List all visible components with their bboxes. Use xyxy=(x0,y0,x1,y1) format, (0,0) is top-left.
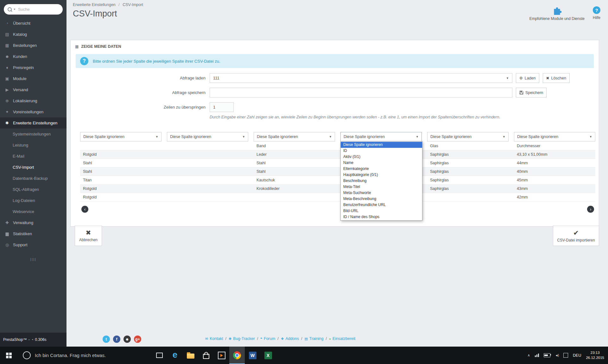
footer-link-separator: / xyxy=(326,336,327,341)
recommended-modules-link[interactable]: Empfohlene Module und Dienste xyxy=(529,6,585,21)
load-query-select[interactable]: 111 ▼ xyxy=(210,73,512,83)
cancel-button[interactable]: ✖ Abbrechen xyxy=(75,226,102,246)
volume-icon[interactable]: ◄) xyxy=(555,354,559,357)
sidebar-item-label: Systemeinstellungen xyxy=(13,132,51,136)
sidebar-search[interactable]: ▼ xyxy=(4,4,63,15)
task-view-button[interactable] xyxy=(151,347,167,364)
table-cell: Stahl xyxy=(80,169,162,174)
page-title: CSV-Import xyxy=(73,9,117,19)
dropdown-option-meta-suchworte[interactable]: Meta-Suchworte xyxy=(341,190,422,196)
footer-link-einsatzbereit[interactable]: ●Einsatzbereit xyxy=(329,336,355,341)
dropdown-option-id[interactable]: ID xyxy=(341,148,422,154)
twitter-icon[interactable]: t xyxy=(103,336,110,343)
action-center-icon[interactable] xyxy=(563,353,568,358)
sidebar-item-datenbank-backup[interactable]: Datenbank-Backup xyxy=(0,173,66,184)
battery-icon[interactable] xyxy=(544,353,550,357)
save-query-input[interactable] xyxy=(210,88,512,97)
sidebar-item-lokalisierung[interactable]: ⊕Lokalisierung xyxy=(0,95,66,106)
taskbar-app-chrome[interactable] xyxy=(229,347,245,364)
sidebar-item-webservice[interactable]: Webservice xyxy=(0,206,66,217)
footer-link-training[interactable]: ▤Training xyxy=(304,336,323,341)
dropdown-option-id-name-des-shops[interactable]: ID / Name des Shops xyxy=(341,214,422,220)
sidebar-item-sql-abfragen[interactable]: SQL-Abfragen xyxy=(0,184,66,195)
word-icon: W xyxy=(249,352,256,359)
import-csv-button[interactable]: ✔ CSV-Datei importieren xyxy=(553,226,599,246)
start-button[interactable] xyxy=(0,347,18,364)
prev-page-button[interactable]: ‹ xyxy=(81,206,88,213)
sidebar-item-module[interactable]: ▣Module xyxy=(0,73,66,84)
taskbar-app-store[interactable] xyxy=(198,347,214,364)
sidebar-item-bersicht[interactable]: ◔Übersicht xyxy=(0,18,66,29)
help-link[interactable]: ? Hilfe xyxy=(593,6,600,20)
sidebar-item-bestellungen[interactable]: ▦Bestellungen xyxy=(0,40,66,51)
pagination: ‹ › xyxy=(80,206,595,213)
dropdown-option-bild-url[interactable]: Bild-URL xyxy=(341,208,422,214)
dropdown-option-aktiv-0-1[interactable]: Aktiv (0/1) xyxy=(341,154,422,160)
sidebar-item-verwaltung[interactable]: ✚Verwaltung xyxy=(0,217,66,228)
sidebar-item-voreinstellungen[interactable]: ✦Voreinstellungen xyxy=(0,106,66,117)
sidebar-collapse-button[interactable]: |||| xyxy=(0,257,66,261)
sidebar-item-kunden[interactable]: ☻Kunden xyxy=(0,51,66,62)
search-scope-caret-icon[interactable]: ▼ xyxy=(13,8,16,11)
dropdown-option-meta-beschreibung[interactable]: Meta-Beschreibung xyxy=(341,196,422,202)
sidebar-item-label: Log-Dateien xyxy=(13,198,35,203)
taskbar-app-edge[interactable]: e xyxy=(167,347,183,364)
keyboard-language[interactable]: DEU xyxy=(573,353,581,358)
taskbar-app-word[interactable]: W xyxy=(245,347,260,364)
dropdown-option-diese-spalte-ignorieren[interactable]: Diese Spalte ignorieren xyxy=(341,142,422,148)
next-page-button[interactable]: › xyxy=(587,206,594,213)
taskbar-app-explorer[interactable] xyxy=(183,347,198,364)
dropdown-option-hauptkategorie-0-1[interactable]: Hauptkategorie (0/1) xyxy=(341,172,422,178)
dropdown-option-benutzerfreundliche-url[interactable]: Benutzerfreundliche URL xyxy=(341,202,422,208)
column-select-value: Diese Spalte ignorieren xyxy=(344,135,385,139)
load-button[interactable]: ⚙ Laden xyxy=(516,73,539,83)
footer-link-forum[interactable]: ❝Forum xyxy=(260,336,275,341)
search-input[interactable] xyxy=(17,7,59,12)
taskbar-app-media[interactable] xyxy=(214,347,229,364)
sidebar-item-erweiterte-einstellungen[interactable]: ✱Erweiterte Einstellungen xyxy=(0,117,66,129)
tray-expand-icon[interactable]: ∧ xyxy=(528,353,530,357)
save-button[interactable]: Speichern xyxy=(516,88,547,97)
breadcrumb-parent[interactable]: Erweiterte Einstellungen xyxy=(73,3,116,7)
table-cell: Kautschuk xyxy=(254,178,335,182)
sidebar-item-katalog[interactable]: ▤Katalog xyxy=(0,29,66,40)
sidebar: ▼ ◔Übersicht▤Katalog▦Bestellungen☻Kunden… xyxy=(0,0,66,347)
network-icon[interactable] xyxy=(535,354,539,357)
csv-preview-table: BandGlasDurchmesserRotgoldLederSaphirgla… xyxy=(80,142,595,202)
info-alert: ? Bitte ordnen Sie jeder Spalte die jewe… xyxy=(76,54,594,68)
github-icon[interactable]: ☻ xyxy=(124,336,131,343)
dropdown-option-elternkategorie[interactable]: Elternkategorie xyxy=(341,166,422,172)
column-select-1[interactable]: Diese Spalte ignorieren▼ xyxy=(80,132,162,141)
sidebar-item-csv-import[interactable]: CSV-Import xyxy=(0,162,66,173)
sidebar-item-leistung[interactable]: Leistung xyxy=(0,140,66,151)
footer-link-kontakt[interactable]: ✉Kontakt xyxy=(205,336,223,341)
column-select-2[interactable]: Diese Spalte ignorieren▼ xyxy=(167,132,248,141)
footer-link-addons[interactable]: ❖Addons xyxy=(281,336,299,341)
sidebar-item-support[interactable]: ◎Support xyxy=(0,239,66,250)
sidebar-item-log-dateien[interactable]: Log-Dateien xyxy=(0,195,66,206)
delete-query-button[interactable]: ✖ Löschen xyxy=(543,73,570,83)
sidebar-item-versand[interactable]: ▶Versand xyxy=(0,84,66,95)
column-select-6[interactable]: Diese Spalte ignorieren▼ xyxy=(514,132,595,141)
table-cell: Titan xyxy=(80,178,162,182)
skip-lines-input[interactable] xyxy=(210,102,234,112)
taskbar-clock[interactable]: 23:13 26.12.2015 xyxy=(586,350,604,360)
dropdown-option-meta-titel[interactable]: Meta-Titel xyxy=(341,184,422,190)
sidebar-item-e-mail[interactable]: E-Mail xyxy=(0,151,66,162)
save-button-label: Speichern xyxy=(525,91,543,95)
dropdown-option-beschreibung[interactable]: Beschreibung xyxy=(341,178,422,184)
column-select-5[interactable]: Diese Spalte ignorieren▼ xyxy=(427,132,509,141)
footer-link-label: Bug-Tracker xyxy=(233,336,255,341)
taskbar-app-excel[interactable]: X xyxy=(260,347,276,364)
table-cell: Rotgold xyxy=(80,186,162,191)
cortana-search[interactable]: Ich bin Cortana. Frag mich etwas. xyxy=(18,347,151,364)
facebook-icon[interactable]: f xyxy=(113,336,120,343)
footer-link-bug-tracker[interactable]: ❋Bug-Tracker xyxy=(229,336,255,341)
column-select-3[interactable]: Diese Spalte ignorieren▼ xyxy=(254,132,335,141)
column-select-4[interactable]: Diese Spalte ignorieren▼Diese Spalte ign… xyxy=(340,132,422,141)
sidebar-item-preisregeln[interactable]: ♦Preisregeln xyxy=(0,62,66,73)
sidebar-item-systemeinstellungen[interactable]: Systemeinstellungen xyxy=(0,129,66,140)
dropdown-option-name[interactable]: Name xyxy=(341,160,422,166)
googleplus-icon[interactable]: g+ xyxy=(134,336,141,343)
sidebar-item-statistiken[interactable]: ▆Statistiken xyxy=(0,228,66,239)
